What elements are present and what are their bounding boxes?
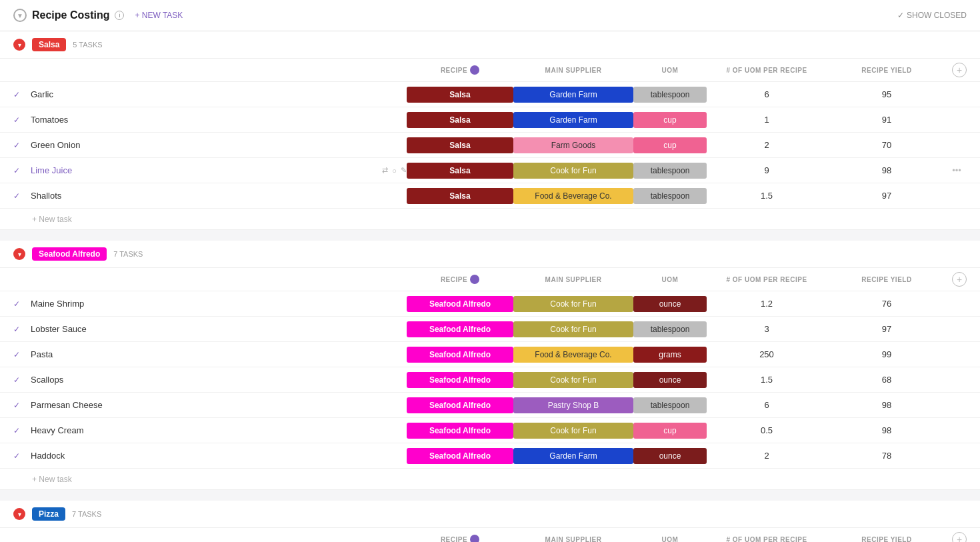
task-check-icon[interactable]: ✓ <box>13 426 25 435</box>
cell-actions: ••• <box>947 165 967 175</box>
task-check-icon[interactable]: ✓ <box>13 401 25 410</box>
task-name-label: Tomatoes <box>25 115 407 125</box>
recipe-badge: Salsa <box>407 112 513 128</box>
task-count-salsa: 5 TASKS <box>73 41 102 49</box>
table-row: ✓ Tomatoes Salsa Garden Farm cup 1 91 <box>0 107 980 133</box>
table-row: ✓ Shallots Salsa Food & Beverage Co. tab… <box>0 183 980 209</box>
cell-supplier: Garden Farm <box>513 448 633 464</box>
add-column-button[interactable]: + <box>952 272 967 287</box>
collapse-button-seafood[interactable]: ▾ <box>13 248 25 260</box>
cell-uom: ounce <box>633 372 707 388</box>
recipe-badge: Seafood Alfredo <box>407 397 513 413</box>
more-options-icon[interactable]: ••• <box>952 165 961 175</box>
col-supplier-header: MAIN SUPPLIER <box>513 536 633 543</box>
recipe-badge: Seafood Alfredo <box>407 321 513 337</box>
cell-yield: 68 <box>827 375 947 385</box>
table-row: ✓ Lobster Sauce Seafood Alfredo Cook for… <box>0 317 980 342</box>
chevron-down-icon: ▾ <box>18 41 21 49</box>
cell-uom: cup <box>633 137 707 153</box>
col-add-header: + <box>947 63 967 77</box>
supplier-badge: Garden Farm <box>513 87 633 103</box>
group-header-seafood: ▾ Seafood Alfredo 7 TASKS <box>0 241 980 268</box>
new-task-button[interactable]: + New task <box>32 475 72 484</box>
supplier-badge: Food & Beverage Co. <box>513 347 633 363</box>
group-tag-pizza[interactable]: Pizza <box>32 507 65 521</box>
col-yield-header: RECIPE YIELD <box>827 67 947 74</box>
task-check-icon[interactable]: ✓ <box>13 115 25 125</box>
info-icon[interactable]: i <box>115 11 124 20</box>
cell-uom-per: 1 <box>707 115 827 125</box>
task-check-icon[interactable]: ✓ <box>13 325 25 334</box>
circle-icon[interactable]: ○ <box>392 167 397 175</box>
cell-supplier: Cook for Fun <box>513 296 633 312</box>
collapse-button-pizza[interactable]: ▾ <box>13 508 25 520</box>
cell-yield: 98 <box>827 165 947 175</box>
cell-yield: 98 <box>827 425 947 435</box>
show-closed-button[interactable]: ✓ SHOW CLOSED <box>897 11 967 20</box>
cell-uom-per: 250 <box>707 349 827 359</box>
cell-recipe: Salsa <box>407 112 513 128</box>
task-check-icon[interactable]: ✓ <box>13 90 25 99</box>
task-check-icon[interactable]: ✓ <box>13 141 25 150</box>
cell-uom: tablespoon <box>633 188 707 204</box>
table-row: ✓ Garlic Salsa Garden Farm tablespoon 6 … <box>0 82 980 107</box>
uom-badge: tablespoon <box>633 321 707 337</box>
table-row: ✓ Lime Juice ⇄ ○ ✎ Salsa Cook for Fun ta… <box>0 158 980 183</box>
task-name-label: Parmesan Cheese <box>25 400 407 410</box>
task-name-label: Maine Shrimp <box>25 299 407 309</box>
col-yield-header: RECIPE YIELD <box>827 276 947 283</box>
group-tag-salsa[interactable]: Salsa <box>32 38 66 51</box>
recipe-label: RECIPE <box>441 536 467 543</box>
uom-badge: grams <box>633 347 707 363</box>
checkmark-icon: ✓ <box>897 11 904 20</box>
new-task-row-seafood: + New task <box>0 469 980 490</box>
cell-recipe: Salsa <box>407 188 513 204</box>
new-task-header-button[interactable]: + NEW TASK <box>129 8 188 23</box>
recipe-badge: Salsa <box>407 87 513 103</box>
collapse-button-salsa[interactable]: ▾ <box>13 39 25 51</box>
col-uom-header: UOM <box>633 536 707 543</box>
task-check-icon[interactable]: ✓ <box>13 299 25 309</box>
cell-uom: tablespoon <box>633 87 707 103</box>
cell-uom: grams <box>633 347 707 363</box>
uom-badge: tablespoon <box>633 188 707 204</box>
task-check-icon[interactable]: ✓ <box>13 350 25 359</box>
task-check-icon[interactable]: ✓ <box>13 166 25 175</box>
task-name-label: Lime Juice <box>25 165 378 175</box>
collapse-header-icon[interactable]: ▼ <box>13 9 27 22</box>
task-name-label: Heavy Cream <box>25 425 407 435</box>
col-yield-header: RECIPE YIELD <box>827 536 947 543</box>
task-check-icon[interactable]: ✓ <box>13 191 25 201</box>
section-divider <box>0 230 980 241</box>
col-uom-header: UOM <box>633 67 707 74</box>
add-column-button[interactable]: + <box>952 63 967 77</box>
task-check-icon[interactable]: ✓ <box>13 375 25 385</box>
uom-badge: ounce <box>633 296 707 312</box>
new-task-button[interactable]: + New task <box>32 215 72 224</box>
task-check-icon[interactable]: ✓ <box>13 451 25 461</box>
col-headers-seafood: RECIPE MAIN SUPPLIER UOM # OF UOM PER RE… <box>0 268 980 291</box>
cell-recipe: Seafood Alfredo <box>407 347 513 363</box>
uom-badge: cup <box>633 423 707 439</box>
link-icon[interactable]: ⇄ <box>382 166 388 175</box>
edit-icon[interactable]: ✎ <box>401 166 407 175</box>
cell-supplier: Food & Beverage Co. <box>513 188 633 204</box>
col-supplier-header: MAIN SUPPLIER <box>513 67 633 74</box>
cell-uom: tablespoon <box>633 163 707 179</box>
uom-badge: tablespoon <box>633 397 707 413</box>
cell-uom-per: 0.5 <box>707 425 827 435</box>
add-column-button[interactable]: + <box>952 532 967 542</box>
group-tag-seafood[interactable]: Seafood Alfredo <box>32 247 107 261</box>
task-name-label: Scallops <box>25 375 407 385</box>
table-row: ✓ Parmesan Cheese Seafood Alfredo Pastry… <box>0 393 980 418</box>
supplier-badge: Garden Farm <box>513 112 633 128</box>
col-uom-per-header: # OF UOM PER RECIPE <box>707 276 827 283</box>
supplier-badge: Cook for Fun <box>513 296 633 312</box>
uom-badge: tablespoon <box>633 87 707 103</box>
cell-uom-per: 3 <box>707 324 827 334</box>
col-recipe-header: RECIPE <box>407 535 513 542</box>
cell-uom-per: 2 <box>707 140 827 150</box>
app-header: ▼ Recipe Costing i + NEW TASK ✓ SHOW CLO… <box>0 0 980 31</box>
cell-uom: cup <box>633 423 707 439</box>
cell-supplier: Garden Farm <box>513 112 633 128</box>
